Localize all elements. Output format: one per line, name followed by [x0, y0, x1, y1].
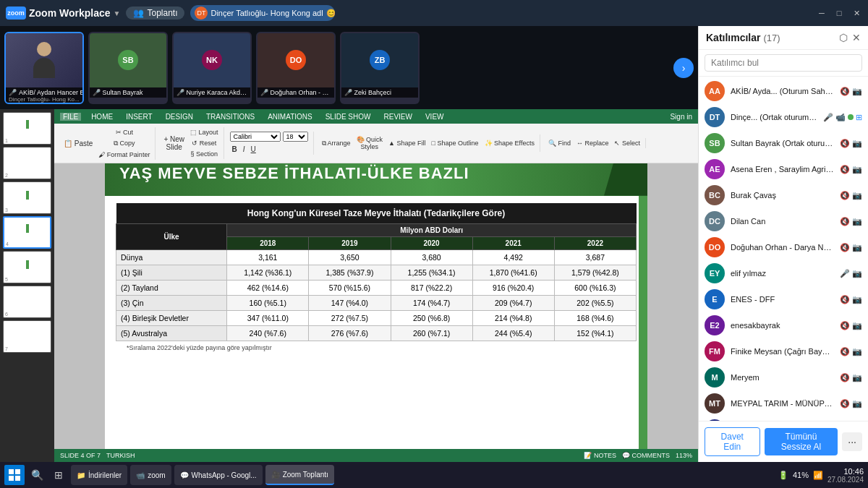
- layout-btn[interactable]: ⬚ Layout: [188, 127, 221, 137]
- popout-icon[interactable]: ⬡: [839, 32, 848, 43]
- list-item[interactable]: EY elif yılmaz 🎤📷: [699, 260, 868, 286]
- participant-info: Meryem: [731, 373, 834, 382]
- participant-info: Asena Eren , Saraylim Agriculture: [731, 165, 834, 174]
- search-taskbar[interactable]: 🔍: [27, 466, 46, 484]
- quick-styles-btn[interactable]: 🎨 QuickStyles: [354, 134, 386, 152]
- replace-btn[interactable]: ↔ Replace: [574, 138, 611, 148]
- reset-btn[interactable]: ↺ Reset: [188, 138, 221, 148]
- close-button[interactable]: ✕: [851, 7, 862, 19]
- list-item[interactable]: MT MEYPAL TARIM - MÜNÜP PALTA 🔇📷: [699, 390, 868, 416]
- list-item[interactable]: FM Finike Meysan (Çağrı Baysal) 🔇📷: [699, 338, 868, 364]
- list-item[interactable]: DO Doğuhan Orhan - Darya Nature 🔇📷: [699, 234, 868, 260]
- close-panel-icon[interactable]: ✕: [852, 32, 861, 43]
- font-family-select[interactable]: Calibri: [230, 132, 281, 142]
- svg-rect-1: [15, 469, 20, 474]
- arrange-btn[interactable]: ⧉ Arrange: [320, 138, 353, 149]
- participant-info: ENES - DFF: [731, 295, 834, 304]
- list-item[interactable]: AE Asena Eren , Saraylim Agriculture 🔇📷: [699, 156, 868, 182]
- table-row: (2) Tayland 462 (%14.6) 570 (%15.6) 817 …: [116, 280, 637, 295]
- video-off-icon: 📷: [852, 139, 862, 148]
- list-item[interactable]: DC Dilan Can 🔇📷: [699, 208, 868, 234]
- list-item[interactable]: SB Sultan Bayrak (Ortak oturum sahibi) 🔇…: [699, 130, 868, 156]
- slide-thumb-2[interactable]: 2: [3, 147, 51, 179]
- file-tab[interactable]: FILE: [60, 113, 81, 121]
- taskbar-whatsapp[interactable]: 💬 WhatsApp - Googl...: [174, 465, 263, 485]
- slide-thumb-6[interactable]: 6: [3, 286, 51, 318]
- task-view[interactable]: ⊞: [49, 466, 68, 484]
- italic-btn[interactable]: I: [241, 144, 247, 155]
- slide-thumb-4[interactable]: 4: [3, 216, 51, 249]
- bold-btn[interactable]: B: [230, 144, 239, 155]
- slide-thumb-1[interactable]: 1: [3, 112, 51, 145]
- slide-thumb-7[interactable]: 7: [3, 320, 51, 353]
- video-off-icon: 📷: [852, 243, 862, 252]
- start-button[interactable]: [4, 465, 25, 485]
- slide-header: YAŞ MEYVE SEBZE İTHALATI-ÜLKE BAZLI: [105, 163, 647, 196]
- select-btn[interactable]: ↖ Select: [612, 138, 642, 148]
- video-strip: 🎤 AKİB/ Aydan Hancer B... Dinçer Tatlıoğ…: [0, 26, 698, 109]
- avatar: E2: [705, 315, 725, 335]
- list-item[interactable]: E2 enesakbayrak 🔇📷: [699, 312, 868, 338]
- zoom-level: 113%: [676, 452, 692, 459]
- notes-btn[interactable]: 📝 NOTES: [584, 452, 616, 459]
- next-video-arrow[interactable]: ›: [673, 58, 694, 78]
- active-call-tab[interactable]: DT Dinçer Tatlıoğlu- Hong Kong adl 😊: [190, 5, 335, 21]
- new-slide-btn[interactable]: + NewSlide: [161, 134, 187, 153]
- minimize-button[interactable]: ─: [816, 7, 827, 19]
- comments-btn[interactable]: 💬 COMMENTS: [622, 452, 670, 459]
- font-size-select[interactable]: 18: [283, 132, 308, 142]
- participant-name: Finike Meysan (Çağrı Baysal): [731, 347, 834, 356]
- slide-thumb-3[interactable]: 3: [3, 181, 51, 214]
- slideshow-tab[interactable]: SLIDE SHOW: [323, 113, 374, 121]
- list-item[interactable]: M Meryem 🔇📷: [699, 364, 868, 390]
- review-tab[interactable]: REVIEW: [380, 113, 414, 121]
- find-btn[interactable]: 🔍 Find: [546, 138, 573, 148]
- insert-tab[interactable]: INSERT: [123, 113, 156, 121]
- list-item[interactable]: E ENES - DFF 🔇📷: [699, 286, 868, 312]
- mute-all-button[interactable]: Tümünü Sessize Al: [765, 428, 838, 455]
- meeting-label: Toplantı: [147, 8, 177, 18]
- avatar: DO: [705, 237, 725, 257]
- list-item[interactable]: DT Dinçe... (Ortak oturum sahibi) 🎤📹⊞: [699, 104, 868, 130]
- more-button[interactable]: ···: [842, 432, 862, 451]
- taskbar-zoom-meeting[interactable]: 🎥 Zoom Toplantı: [265, 465, 334, 485]
- animations-tab[interactable]: ANIMATIONS: [265, 113, 315, 121]
- footnote: *Sıralama 2022'deki yüzde payına göre ya…: [116, 344, 637, 351]
- shape-fill-btn[interactable]: ▲ Shape Fill: [386, 138, 427, 148]
- dropdown-arrow[interactable]: ▼: [114, 9, 121, 17]
- slide-thumb-5[interactable]: 5: [3, 251, 51, 283]
- meeting-badge: 👥 Toplantı: [126, 7, 184, 20]
- participant-count: (17): [763, 33, 780, 43]
- view-tab[interactable]: VIEW: [422, 113, 447, 121]
- paste-btn[interactable]: 📋 Paste: [61, 138, 95, 149]
- format-painter-btn[interactable]: 🖌 Format Painter: [96, 150, 152, 160]
- participant-icons: 🔇📷: [840, 191, 862, 200]
- underline-btn[interactable]: U: [249, 144, 258, 155]
- shape-outline-btn[interactable]: □ Shape Outline: [430, 138, 481, 148]
- battery-icon: 🔋: [778, 471, 788, 480]
- participant-icons: 🔇📷: [840, 373, 862, 382]
- year-2021: 2021: [472, 236, 554, 249]
- section-btn[interactable]: § Section: [188, 149, 221, 159]
- mic-4-icon: 🎤: [260, 89, 268, 96]
- home-tab[interactable]: HOME: [88, 113, 116, 121]
- list-item[interactable]: AA AKİB/ Ayda... (Oturum Sahibi, ben) 🔇📷: [699, 78, 868, 104]
- transitions-tab[interactable]: TRANSITIONS: [203, 113, 258, 121]
- design-tab[interactable]: DESIGN: [163, 113, 196, 121]
- val-2022: 168 (%4.6): [554, 310, 636, 325]
- shape-effects-btn[interactable]: ✨ Shape Effects: [482, 138, 537, 148]
- downloads-label: İndirilenler: [88, 471, 122, 479]
- sign-in[interactable]: Sign in: [670, 113, 692, 121]
- maximize-button[interactable]: □: [833, 7, 845, 19]
- val-2021: 209 (%4.7): [472, 295, 554, 310]
- taskbar-zoom[interactable]: 📹 zoom: [130, 465, 171, 485]
- list-item[interactable]: BC Burak Çavaş 🔇📷: [699, 182, 868, 208]
- cut-btn[interactable]: ✂ Cut: [96, 127, 152, 137]
- search-input[interactable]: [705, 54, 862, 72]
- copy-btn[interactable]: ⧉ Copy: [96, 138, 152, 149]
- avatar: EY: [705, 263, 725, 283]
- video-2-feed: SB: [90, 33, 166, 87]
- participant-name: Sultan Bayrak (Ortak oturum sahibi): [731, 139, 834, 147]
- taskbar-downloads[interactable]: 📁 İndirilenler: [71, 465, 127, 485]
- invite-button[interactable]: Davet Edin: [705, 427, 760, 456]
